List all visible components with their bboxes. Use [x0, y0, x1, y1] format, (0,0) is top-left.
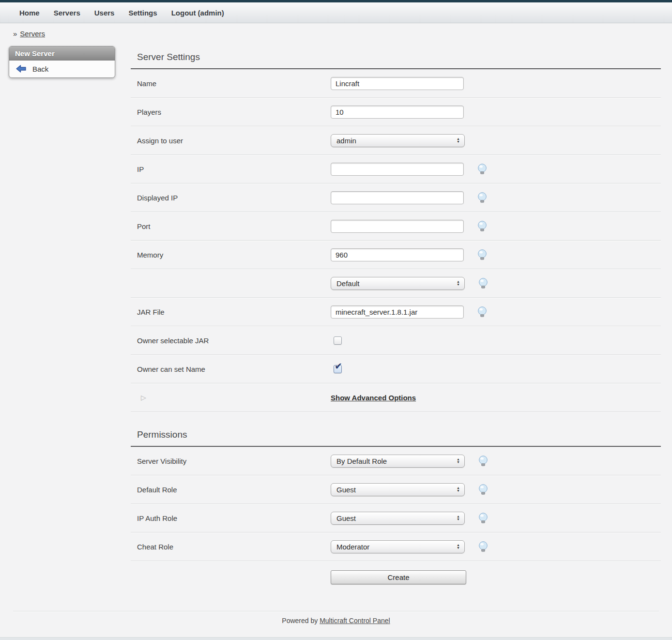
select-stepper-icon: ▲▼	[457, 137, 460, 143]
permissions-heading: Permissions	[131, 412, 661, 447]
memory-input[interactable]	[331, 248, 464, 261]
form-row-ip-auth-role: IP Auth Role Guest ▲▼	[131, 504, 661, 533]
select-stepper-icon: ▲▼	[457, 458, 460, 464]
memory-mode-hint-lightbulb-icon[interactable]	[478, 277, 489, 289]
select-stepper-icon: ▲▼	[457, 544, 460, 549]
ip-auth-role-hint-lightbulb-icon[interactable]	[478, 512, 489, 524]
jar-file-label: JAR File	[131, 308, 331, 316]
nav-item-logout[interactable]: Logout (admin)	[171, 9, 224, 17]
jar-file-hint-lightbulb-icon[interactable]	[477, 306, 488, 318]
memory-mode-select[interactable]: Default ▲▼	[331, 277, 465, 290]
memory-hint-lightbulb-icon[interactable]	[477, 249, 488, 260]
select-stepper-icon: ▲▼	[457, 487, 460, 492]
form-row-owner-selectable-jar: Owner selectable JAR	[131, 326, 661, 355]
panel-title: New Server	[9, 46, 115, 61]
port-hint-lightbulb-icon[interactable]	[477, 220, 488, 232]
nav-item-users[interactable]: Users	[94, 9, 115, 17]
footer: Powered by Multicraft Control Panel	[0, 617, 672, 625]
select-value: By Default Role	[336, 457, 457, 465]
bottom-edge-strip	[0, 637, 672, 640]
server-visibility-label: Server Visibility	[131, 457, 331, 465]
server-settings-heading: Server Settings	[131, 41, 661, 69]
select-stepper-icon: ▲▼	[457, 515, 460, 521]
powered-by-text: Powered by	[282, 617, 318, 625]
name-input[interactable]	[331, 77, 464, 90]
create-button[interactable]: Create	[331, 570, 466, 584]
form-row-jar-file: JAR File	[131, 298, 661, 326]
nav-item-settings[interactable]: Settings	[128, 9, 157, 17]
back-button[interactable]: Back	[15, 64, 110, 73]
form-row-default-role: Default Role Guest ▲▼	[131, 475, 661, 504]
port-input[interactable]	[331, 220, 464, 233]
create-row: Create	[131, 561, 661, 608]
form-row-memory: Memory	[131, 241, 661, 269]
form-row-assign-to-user: Assign to user admin ▲▼	[131, 126, 661, 155]
ip-auth-role-select[interactable]: Guest ▲▼	[331, 512, 465, 525]
select-stepper-icon: ▲▼	[457, 280, 460, 286]
default-role-label: Default Role	[131, 486, 331, 494]
server-visibility-select[interactable]: By Default Role ▲▼	[331, 455, 465, 468]
form-row-players: Players	[131, 98, 661, 126]
displayed-ip-hint-lightbulb-icon[interactable]	[477, 192, 488, 203]
select-value: Default	[336, 279, 457, 288]
new-server-panel: New Server Back	[9, 46, 115, 78]
content-area: New Server Back Server Settings Name	[0, 41, 672, 608]
owner-selectable-jar-checkbox[interactable]	[334, 336, 342, 345]
displayed-ip-input[interactable]	[331, 191, 464, 204]
cheat-role-label: Cheat Role	[131, 543, 331, 551]
assign-to-user-label: Assign to user	[131, 137, 331, 145]
name-label: Name	[131, 79, 331, 88]
checkmark-icon: ✔	[335, 362, 342, 371]
players-input[interactable]	[331, 106, 464, 119]
breadcrumb-servers-link[interactable]: Servers	[20, 30, 45, 38]
ip-auth-role-label: IP Auth Role	[131, 514, 331, 522]
ip-hint-lightbulb-icon[interactable]	[477, 163, 488, 175]
default-role-hint-lightbulb-icon[interactable]	[478, 484, 489, 495]
memory-label: Memory	[131, 251, 331, 259]
select-value: Guest	[336, 486, 457, 494]
select-value: Guest	[336, 514, 457, 522]
back-arrow-icon	[15, 64, 27, 73]
port-label: Port	[131, 222, 331, 230]
displayed-ip-label: Displayed IP	[131, 194, 331, 202]
show-advanced-options-link[interactable]: Show Advanced Options	[331, 394, 416, 402]
back-label: Back	[32, 65, 48, 73]
assign-to-user-select[interactable]: admin ▲▼	[331, 134, 465, 147]
form-row-ip: IP	[131, 155, 661, 183]
owner-can-set-name-label: Owner can set Name	[131, 365, 331, 373]
default-role-select[interactable]: Guest ▲▼	[331, 483, 465, 496]
owner-can-set-name-checkbox[interactable]: ✔	[334, 365, 342, 373]
owner-selectable-jar-label: Owner selectable JAR	[131, 336, 331, 345]
form-row-cheat-role: Cheat Role Moderator ▲▼	[131, 533, 661, 561]
select-value: admin	[336, 137, 457, 145]
main-form: Server Settings Name Players Assign to u…	[131, 41, 661, 608]
disclosure-triangle-icon[interactable]: ▷	[141, 394, 146, 401]
form-row-owner-can-set-name: Owner can set Name ✔	[131, 355, 661, 383]
form-row-name: Name	[131, 69, 661, 98]
select-value: Moderator	[336, 543, 457, 551]
form-row-advanced-options: ▷ Show Advanced Options	[131, 383, 661, 412]
ip-input[interactable]	[331, 163, 464, 176]
form-row-memory-mode: Default ▲▼	[131, 269, 661, 298]
multicraft-new-server-page: Home Servers Users Settings Logout (admi…	[0, 0, 672, 640]
server-visibility-hint-lightbulb-icon[interactable]	[478, 455, 489, 467]
cheat-role-hint-lightbulb-icon[interactable]	[478, 541, 489, 552]
cheat-role-select[interactable]: Moderator ▲▼	[331, 540, 465, 553]
breadcrumb-separator: »	[13, 30, 17, 38]
ip-label: IP	[131, 165, 331, 173]
footer-divider	[13, 611, 659, 611]
multicraft-link[interactable]: Multicraft Control Panel	[320, 617, 390, 625]
panel-body: Back	[9, 61, 115, 77]
form-row-port: Port	[131, 212, 661, 241]
main-nav: Home Servers Users Settings Logout (admi…	[0, 2, 672, 23]
nav-item-servers[interactable]: Servers	[54, 9, 80, 17]
nav-item-home[interactable]: Home	[19, 9, 40, 17]
jar-file-input[interactable]	[331, 305, 464, 319]
form-row-server-visibility: Server Visibility By Default Role ▲▼	[131, 447, 661, 475]
breadcrumb: »Servers	[0, 23, 672, 41]
form-row-displayed-ip: Displayed IP	[131, 183, 661, 212]
players-label: Players	[131, 108, 331, 116]
